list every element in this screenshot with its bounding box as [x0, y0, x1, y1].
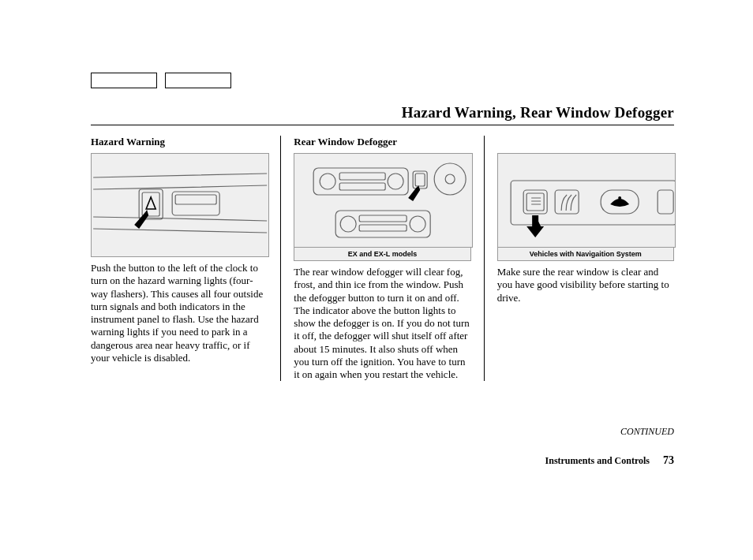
hazard-warning-illustration: [91, 153, 269, 257]
svg-rect-4: [313, 168, 408, 195]
column-nav-system: Vehicles with Navigaition System Make su…: [485, 136, 674, 381]
title-row: Hazard Warning, Rear Window Defogger: [91, 104, 674, 125]
nav-spacer: [497, 136, 674, 148]
column-rear-defogger: Rear Window Defogger: [280, 136, 484, 381]
svg-rect-24: [657, 190, 673, 214]
svg-rect-10: [415, 174, 425, 186]
registration-mark: [165, 73, 231, 88]
svg-rect-7: [339, 173, 385, 180]
hazard-warning-heading: Hazard Warning: [91, 136, 268, 148]
footer-section-name: Instruments and Controls: [545, 455, 650, 466]
column-hazard-warning: Hazard Warning Push the button to th: [91, 136, 280, 381]
continued-label: CONTINUED: [620, 426, 674, 438]
svg-rect-20: [526, 193, 544, 211]
svg-rect-17: [359, 225, 406, 231]
rear-defogger-caption: EX and EX-L models: [294, 248, 470, 261]
svg-point-12: [445, 174, 455, 184]
footer-page-number: 73: [663, 454, 674, 466]
svg-point-14: [340, 216, 356, 232]
nav-system-illustration: [497, 153, 676, 248]
top-registration-marks: [91, 73, 231, 88]
svg-point-23: [618, 196, 621, 200]
nav-system-figure: Vehicles with Navigaition System: [497, 153, 674, 261]
registration-mark: [91, 73, 157, 88]
svg-rect-13: [335, 211, 430, 237]
svg-point-5: [320, 174, 335, 189]
page-title: Hazard Warning, Rear Window Defogger: [91, 104, 674, 121]
rear-defogger-figure: EX and EX-L models: [294, 153, 470, 261]
manual-page: Hazard Warning, Rear Window Defogger Haz…: [0, 0, 753, 560]
content-columns: Hazard Warning Push the button to th: [91, 136, 674, 381]
hazard-warning-body: Push the button to the left of the clock…: [91, 262, 268, 364]
rear-defogger-illustration: [294, 153, 472, 248]
svg-rect-16: [359, 215, 406, 222]
nav-system-body: Make sure the rear window is clear and y…: [497, 266, 674, 304]
svg-point-15: [410, 216, 425, 232]
svg-rect-3: [175, 195, 216, 204]
hazard-warning-figure: [91, 153, 268, 257]
nav-system-caption: Vehicles with Navigaition System: [497, 248, 674, 261]
rear-defogger-body: The rear window defogger will clear fog,…: [294, 266, 470, 381]
svg-rect-8: [339, 183, 385, 190]
page-footer: Instruments and Controls 73: [545, 454, 674, 467]
rear-defogger-heading: Rear Window Defogger: [294, 136, 470, 148]
svg-point-11: [434, 163, 466, 195]
svg-point-6: [388, 174, 403, 189]
